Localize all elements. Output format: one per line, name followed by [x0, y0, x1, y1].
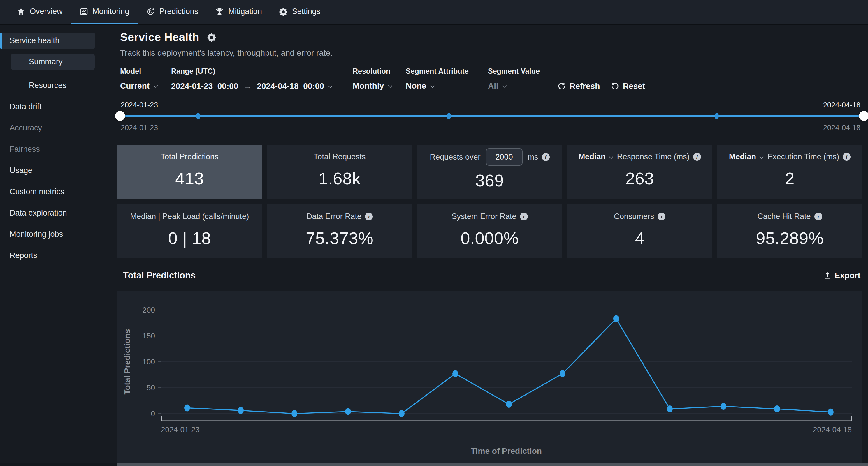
sidebar-item-monitoring-jobs[interactable]: Monitoring jobs [0, 226, 95, 242]
sidebar-item-service-health[interactable]: Service health [0, 33, 95, 48]
metric-value: 1.68k [318, 161, 361, 195]
metric-card-requests-over[interactable]: Requests overmsi369 [417, 145, 562, 199]
gear-icon [279, 7, 288, 16]
metric-card-median-peak-load-calls-minute[interactable]: Median | Peak Load (calls/minute)0 | 18 [117, 204, 262, 258]
info-icon[interactable]: i [843, 153, 850, 161]
metric-card-consumers[interactable]: Consumersi4 [567, 204, 712, 258]
segment-value-select[interactable]: All [488, 81, 540, 91]
metric-card-cache-hit-rate[interactable]: Cache Hit Ratei95.289% [717, 204, 862, 258]
chevron-down-icon [759, 156, 764, 159]
sidebar-item-resources[interactable]: Resources [0, 77, 95, 94]
metric-card-data-error-rate[interactable]: Data Error Ratei75.373% [267, 204, 412, 258]
nav-item-monitoring[interactable]: Monitoring [71, 0, 138, 25]
chart-point[interactable] [238, 407, 244, 414]
sidebar-item-data-drift[interactable]: Data drift [0, 99, 95, 115]
sidebar-item-label: Usage [10, 166, 32, 175]
chart-point[interactable] [774, 405, 780, 412]
nav-item-mitigation[interactable]: Mitigation [207, 0, 271, 25]
sidebar-item-label: Summary [29, 57, 63, 66]
chevron-down-icon [328, 85, 333, 88]
sidebar-item-data-exploration[interactable]: Data exploration [0, 205, 95, 221]
export-button[interactable]: Export [824, 271, 861, 280]
home-icon [17, 7, 25, 16]
chart-panel: 0501001502002024-01-232024-04-18Time of … [117, 291, 862, 464]
chevron-down-icon [430, 85, 435, 88]
y-tick-label: 150 [143, 331, 155, 340]
nav-item-overview[interactable]: Overview [8, 0, 71, 25]
info-icon[interactable]: i [657, 212, 665, 221]
sidebar-item-reports[interactable]: Reports [0, 247, 95, 264]
chart-point[interactable] [399, 410, 405, 417]
metric-card-system-error-rate[interactable]: System Error Ratei0.000% [417, 204, 562, 258]
predictions-icon [146, 7, 155, 16]
sidebar-item-accuracy[interactable]: Accuracy [0, 120, 95, 136]
slider-handle-end[interactable] [859, 111, 868, 121]
segment-value-filter: Segment Value All [488, 67, 540, 91]
chart-point[interactable] [291, 410, 297, 417]
reset-button[interactable]: Reset [611, 81, 645, 91]
chevron-down-icon [502, 85, 507, 88]
chevron-down-icon [388, 85, 393, 88]
x-axis-title: Time of Prediction [471, 446, 542, 456]
sidebar-item-custom-metrics[interactable]: Custom metrics [0, 184, 95, 200]
sidebar-item-fairness[interactable]: Fairness [0, 141, 95, 157]
info-icon[interactable]: i [542, 153, 550, 161]
chart-point[interactable] [828, 409, 834, 415]
scrollbar-thumb[interactable] [117, 463, 868, 466]
nav-item-label: Mitigation [228, 7, 262, 16]
filter-bar: Model Current Range (UTC) 2024-01-23 00:… [120, 67, 862, 102]
metric-card-total-requests[interactable]: Total Requests1.68k [267, 145, 412, 199]
page-title: Service Health [120, 31, 199, 44]
slider-start-date-bottom: 2024-01-23 [121, 124, 158, 132]
metric-card-total-predictions[interactable]: Total Predictions413 [117, 145, 262, 199]
export-icon [824, 271, 832, 279]
service-health-page: OverviewMonitoringPredictionsMitigationS… [0, 0, 868, 466]
sidebar-item-summary[interactable]: Summary [11, 54, 95, 70]
settings-gear-icon[interactable] [207, 33, 216, 42]
nav-item-settings[interactable]: Settings [271, 0, 329, 25]
chart-point[interactable] [506, 401, 512, 408]
x-end-label: 2024-04-18 [813, 425, 852, 434]
chart-point[interactable] [345, 408, 351, 415]
refresh-button[interactable]: Refresh [557, 81, 600, 91]
threshold-input[interactable] [486, 148, 523, 166]
range-start: 2024-01-23 00:00 [171, 81, 238, 91]
slider-handle-start[interactable] [115, 111, 125, 121]
y-tick-label: 50 [147, 383, 155, 392]
info-icon[interactable]: i [693, 153, 701, 161]
metric-label: Response Time (ms) [617, 152, 690, 161]
metric-card-response-time-ms[interactable]: MedianResponse Time (ms)i263 [567, 145, 712, 199]
aggregation-dropdown[interactable]: Median [729, 152, 764, 161]
resolution-select[interactable]: Monthly [353, 81, 393, 91]
info-icon[interactable]: i [520, 212, 528, 221]
nav-item-predictions[interactable]: Predictions [138, 0, 207, 25]
sidebar-item-label: Monitoring jobs [10, 230, 63, 239]
info-icon[interactable]: i [814, 212, 822, 221]
chart-point[interactable] [667, 405, 673, 412]
chart-point[interactable] [184, 404, 190, 411]
slider-track[interactable] [120, 115, 864, 118]
model-select[interactable]: Current [120, 81, 158, 91]
y-tick-label: 100 [143, 357, 155, 366]
metric-label: Requests over [430, 153, 480, 162]
info-icon[interactable]: i [365, 212, 373, 221]
segment-attribute-select[interactable]: None [406, 81, 469, 91]
metric-unit: ms [528, 153, 538, 162]
model-label: Model [120, 67, 158, 75]
page-header: Service Health Track this deployment's l… [120, 31, 333, 58]
chart-point[interactable] [720, 403, 726, 410]
metric-card-execution-time-ms[interactable]: MedianExecution Time (ms)i2 [717, 145, 862, 199]
range-filter: Range (UTC) 2024-01-23 00:00 → 2024-04-1… [171, 67, 333, 91]
segment-attribute-label: Segment Attribute [406, 67, 469, 75]
y-tick-label: 0 [151, 409, 155, 418]
slider-interval-mark [715, 113, 718, 119]
aggregation-dropdown[interactable]: Median [579, 152, 614, 161]
chart-point[interactable] [560, 370, 565, 377]
metric-label: Cache Hit Rate [757, 212, 811, 221]
chart-point[interactable] [613, 315, 619, 322]
sidebar-item-usage[interactable]: Usage [0, 163, 95, 178]
sidebar-item-label: Reports [10, 251, 37, 260]
range-select[interactable]: 2024-01-23 00:00 → 2024-04-18 00:00 [171, 81, 333, 91]
nav-item-label: Settings [292, 7, 321, 16]
chart-point[interactable] [452, 370, 458, 377]
